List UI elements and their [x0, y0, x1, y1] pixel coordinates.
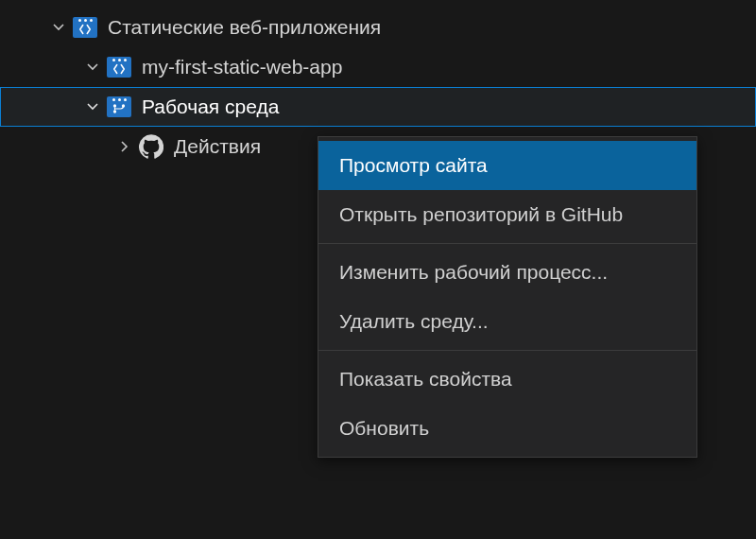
- menu-item-label: Открыть репозиторий в GitHub: [339, 203, 623, 226]
- svg-point-0: [113, 104, 116, 107]
- tree-row-app[interactable]: my-first-static-web-app: [0, 47, 756, 87]
- menu-item-open-github[interactable]: Открыть репозиторий в GitHub: [318, 190, 696, 239]
- chevron-down-icon: [79, 60, 106, 75]
- chevron-right-icon: [112, 139, 138, 154]
- tree-label: Действия: [174, 135, 261, 158]
- menu-item-label: Удалить среду...: [339, 310, 489, 333]
- app-icon: [106, 54, 132, 80]
- menu-item-edit-workflow[interactable]: Изменить рабочий процесс...: [318, 248, 696, 297]
- tree-label: my-first-static-web-app: [142, 56, 342, 78]
- environment-icon: [106, 94, 132, 120]
- chevron-down-icon: [79, 99, 106, 114]
- menu-separator: [318, 243, 696, 244]
- menu-item-refresh[interactable]: Обновить: [318, 404, 696, 453]
- menu-item-label: Обновить: [339, 417, 429, 440]
- context-menu: Просмотр сайта Открыть репозиторий в Git…: [318, 136, 697, 458]
- menu-item-show-properties[interactable]: Показать свойства: [318, 355, 696, 404]
- menu-item-label: Изменить рабочий процесс...: [339, 261, 608, 284]
- github-icon: [138, 133, 164, 160]
- svg-point-1: [113, 110, 116, 113]
- menu-item-browse-site[interactable]: Просмотр сайта: [318, 141, 696, 190]
- tree-label: Рабочая среда: [142, 96, 279, 118]
- menu-item-label: Просмотр сайта: [339, 154, 488, 177]
- static-web-apps-icon: [72, 14, 98, 41]
- menu-item-label: Показать свойства: [339, 368, 512, 391]
- menu-item-delete-env[interactable]: Удалить среду...: [318, 297, 696, 346]
- tree-label: Статические веб-приложения: [108, 16, 381, 39]
- tree-row-environment[interactable]: Рабочая среда: [0, 87, 756, 127]
- menu-separator: [318, 350, 696, 351]
- chevron-down-icon: [45, 20, 72, 35]
- tree-row-static-web-apps[interactable]: Статические веб-приложения: [0, 8, 756, 47]
